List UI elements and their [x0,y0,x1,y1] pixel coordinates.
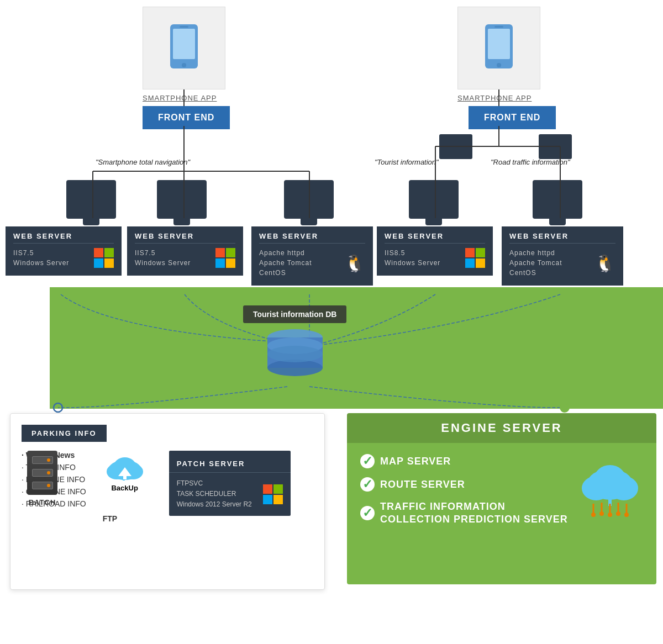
mini-box-right [539,134,572,159]
smartphone-left-label: SMARTPHONE APP [143,94,217,102]
engine-item-traffic: ✓ TRAFFIC INFORMATIONCOLLECTION PREDICTI… [360,500,568,526]
engine-server-title: ENGINE SERVER [347,413,656,443]
mini-box-left [439,134,472,159]
ws4-body: IIS8.5Windows Server [385,248,485,268]
ws1-windows-logo [94,248,114,268]
svg-rect-20 [180,26,188,28]
web-server-5: WEB SERVER Apache httpdApache TomcatCent… [502,226,623,286]
svg-rect-18 [173,29,195,59]
svg-point-50 [616,511,620,516]
ws2-title: WEB SERVER [135,232,235,244]
ws1-title: WEB SERVER [13,232,114,244]
smartphone-left [143,7,225,89]
engine-item-route-label: ROUTE SERVER [380,479,465,490]
svg-point-23 [497,63,501,67]
check-route-icon: ✓ [360,477,375,492]
smartphone-left-icon [167,23,201,73]
ws2-info: IIS7.5Windows Server [135,248,191,268]
batch-box: BATCH [27,451,57,506]
ws1-body: IIS7.5Windows Server [13,248,114,268]
svg-point-40 [594,465,625,492]
check-traffic-icon: ✓ [360,506,375,520]
ws3-body: Apache httpdApache TomcatCentOS 🐧 [259,248,365,278]
ws3-info: Apache httpdApache TomcatCentOS [259,248,312,278]
ws5-linux-icon: 🐧 [594,254,615,273]
speech-label-right1: "Tourist information" [375,158,439,166]
backup-label: BackUp [111,484,138,492]
smartphone-right-icon [482,23,515,73]
check-map-icon: ✓ [360,454,375,468]
engine-server: ENGINE SERVER ✓ MAP SERVER ✓ ROUTE SERVE… [347,413,656,584]
ws2-body: IIS7.5Windows Server [135,248,235,268]
frontend-left-button[interactable]: FRONT END [143,106,230,129]
ws5-title: WEB SERVER [509,232,615,244]
svg-point-47 [591,513,596,517]
ftp-label: FTP [103,514,147,523]
ws4-windows-logo [465,248,485,268]
monitor-left [66,180,116,219]
patch-server-title: PATCH SERVER [169,455,291,473]
ws4-info: IIS8.5Windows Server [385,248,440,268]
web-server-4: WEB SERVER IIS8.5Windows Server [377,226,493,276]
monitor-right3 [533,180,582,219]
tourist-db-label: Tourist information DB [243,305,346,323]
green-area [50,287,663,409]
svg-rect-24 [494,26,503,28]
parking-info-header: PARKING INFO [22,425,107,442]
monitor-center [157,180,207,219]
ws5-info: Apache httpdApache TomcatCentOS [509,248,562,278]
speech-label-right2: "Road traffic information" [491,158,570,166]
speech-label-left: "Smartphone total navigation" [96,158,190,166]
engine-item-map-label: MAP SERVER [380,456,451,467]
ws3-title: WEB SERVER [259,232,365,244]
smartphone-right-label: SMARTPHONE APP [457,94,532,102]
web-server-1: WEB SERVER IIS7.5Windows Server [6,226,122,276]
svg-point-49 [608,513,612,517]
svg-point-51 [624,513,629,517]
smartphone-right [457,7,540,89]
ws4-title: WEB SERVER [385,232,485,244]
frontend-right-button[interactable]: FRONT END [469,106,556,129]
batch-server-icon [27,451,57,495]
web-server-3: WEB SERVER Apache httpdApache TomcatCent… [251,226,373,286]
tourist-db-icon [262,326,328,382]
svg-rect-36 [123,475,127,479]
ws1-info: IIS7.5Windows Server [13,248,69,268]
engine-cloud-icon [577,454,643,520]
svg-point-19 [182,63,186,67]
patch-server: PATCH SERVER FTPSVCTASK SCHEDULERWindows… [169,455,291,516]
tourist-db: Tourist information DB [243,305,346,382]
backup-cloud-icon [103,451,147,484]
engine-item-route: ✓ ROUTE SERVER [360,477,568,492]
parking-info-panel: PARKING INFO Weekly News TRAVEL INFO BAS… [10,413,325,590]
backup-container: BackUp [103,451,147,492]
engine-items-list: ✓ MAP SERVER ✓ ROUTE SERVER ✓ TRAFFIC IN… [360,454,568,535]
batch-label: BATCH [29,498,56,506]
svg-rect-22 [488,29,510,59]
svg-point-48 [599,511,604,516]
ws2-windows-logo [215,248,235,268]
patch-server-info: FTPSVCTASK SCHEDULERWindows 2012 Server … [177,478,252,510]
monitor-right [284,180,334,219]
patch-server-body: FTPSVCTASK SCHEDULERWindows 2012 Server … [169,473,291,516]
patch-server-logo [263,484,283,504]
monitor-right2 [409,180,459,219]
engine-server-body: ✓ MAP SERVER ✓ ROUTE SERVER ✓ TRAFFIC IN… [347,443,656,546]
svg-point-29 [267,346,323,362]
engine-item-traffic-label: TRAFFIC INFORMATIONCOLLECTION PREDICTION… [380,500,568,526]
ws5-body: Apache httpdApache TomcatCentOS 🐧 [509,248,615,278]
ws3-linux-icon: 🐧 [344,254,365,273]
web-server-2: WEB SERVER IIS7.5Windows Server [127,226,243,276]
engine-item-map: ✓ MAP SERVER [360,454,568,468]
